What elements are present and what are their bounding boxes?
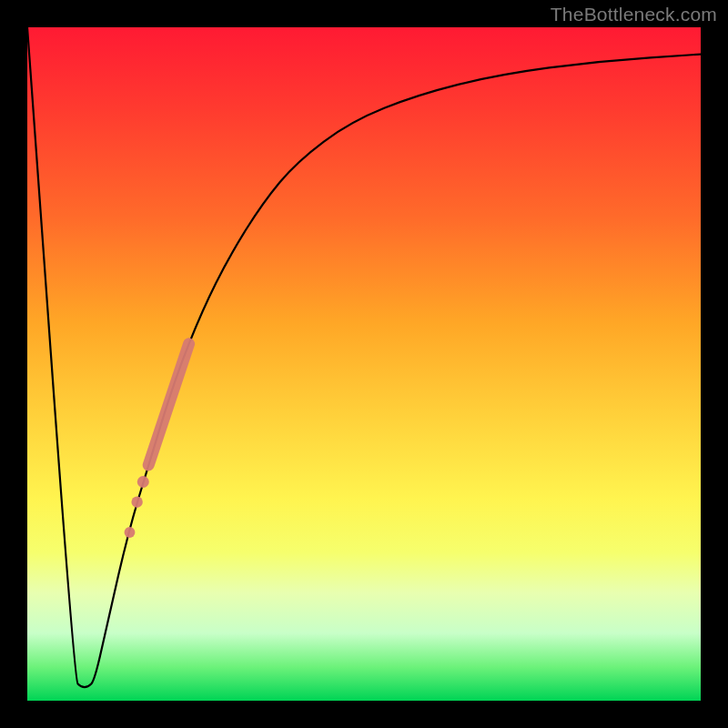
- chart-frame: TheBottleneck.com: [0, 0, 728, 728]
- highlight-dot: [137, 476, 149, 488]
- highlight-thick-segment: [148, 344, 188, 465]
- chart-svg: [27, 27, 701, 701]
- highlight-dots-group: [125, 476, 149, 538]
- plot-area: [27, 27, 701, 701]
- attribution-label: TheBottleneck.com: [551, 4, 717, 25]
- bottleneck-curve: [27, 27, 701, 687]
- highlight-dot: [131, 497, 142, 508]
- highlight-dot: [125, 527, 136, 538]
